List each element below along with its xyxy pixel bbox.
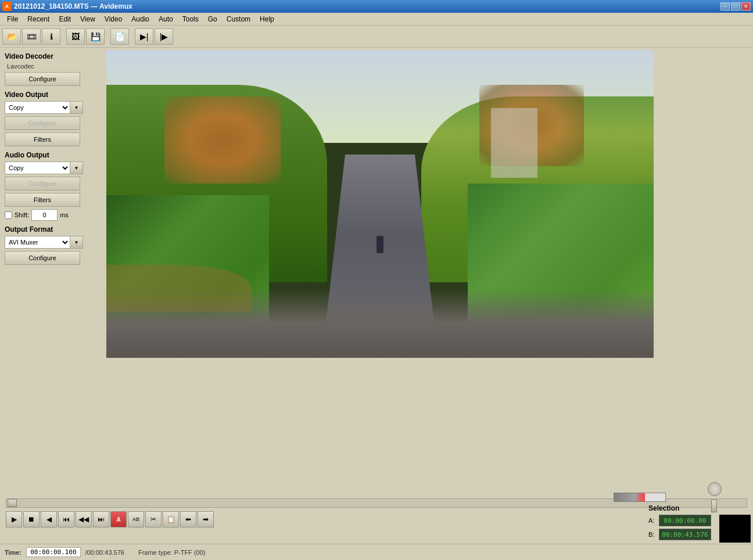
menubar: FileRecentEditViewVideoAudioAutoToolsGoC… xyxy=(0,13,753,26)
titlebar: A 20121012_184150.MTS — Avidemux ─ □ ✕ xyxy=(0,0,753,13)
toolbar: 📂 📼 ℹ 🖼 💾 📄 ▶| |▶ xyxy=(0,26,753,48)
set-marker-ab-btn[interactable]: AB xyxy=(128,511,144,527)
frame-type-text: Frame type: P-TFF (00) xyxy=(138,549,206,556)
duration-value: /00:00:43.576 xyxy=(85,549,124,556)
menu-item-view[interactable]: View xyxy=(76,14,100,24)
loop-btn[interactable] xyxy=(708,482,722,496)
menu-item-audio[interactable]: Audio xyxy=(127,14,154,24)
menu-item-recent[interactable]: Recent xyxy=(23,14,54,24)
selection-a-input[interactable] xyxy=(659,515,711,526)
menu-item-go[interactable]: Go xyxy=(203,14,222,24)
output-format-title: Output Format xyxy=(5,225,97,234)
info-btn[interactable]: ℹ xyxy=(42,28,60,45)
copy-segments-btn[interactable]: 📋 xyxy=(163,511,179,527)
selection-a-row: A: xyxy=(648,515,718,526)
play-btn[interactable]: ▶ xyxy=(6,511,22,527)
selection-title: Selection xyxy=(648,504,718,512)
open-file-btn[interactable]: 📂 xyxy=(2,28,21,45)
menu-item-file[interactable]: File xyxy=(2,14,23,24)
set-marker-a-btn[interactable]: A xyxy=(110,511,127,527)
shift-input[interactable] xyxy=(31,209,58,221)
output-format-configure-btn[interactable]: Configure xyxy=(5,251,80,265)
audio-output-dropdown-wrapper: Copy None MP3 AAC ▼ xyxy=(5,161,97,174)
audio-output-configure-btn[interactable]: Configure xyxy=(5,177,80,191)
selection-b-row: B: xyxy=(648,529,718,540)
audio-output-title: Audio Output xyxy=(5,151,97,159)
black-preview-box xyxy=(719,515,751,543)
volume-area xyxy=(614,493,666,502)
menu-item-help[interactable]: Help xyxy=(255,14,279,24)
export-btn[interactable]: 📄 xyxy=(110,28,129,45)
video-output-dropdown-arrow[interactable]: ▼ xyxy=(70,101,83,114)
play-output-btn[interactable]: |▶ xyxy=(155,28,173,45)
selection-a-label: A: xyxy=(648,517,657,524)
cut-btn[interactable]: ✂ xyxy=(145,511,162,527)
video-output-filters-btn[interactable]: Filters xyxy=(5,132,80,146)
prev-frame-btn[interactable]: ⏮ xyxy=(58,511,74,527)
video-output-configure-btn[interactable]: Configure xyxy=(5,116,80,130)
paste-after-btn[interactable]: ➡ xyxy=(198,511,214,527)
video-preview xyxy=(106,50,654,358)
paste-before-btn[interactable]: ⬅ xyxy=(180,511,196,527)
menu-item-auto[interactable]: Auto xyxy=(154,14,178,24)
menu-item-video[interactable]: Video xyxy=(100,14,127,24)
video-decoder-configure-btn[interactable]: Configure xyxy=(5,72,80,86)
volume-slider[interactable] xyxy=(614,493,666,502)
stop-btn[interactable]: ⏹ xyxy=(23,511,40,527)
shift-checkbox[interactable] xyxy=(5,211,12,219)
minimize-button[interactable]: ─ xyxy=(720,2,730,10)
shift-unit-label: ms xyxy=(60,211,69,218)
person-figure xyxy=(376,236,383,253)
menu-item-custom[interactable]: Custom xyxy=(222,14,255,24)
selection-b-input[interactable] xyxy=(659,529,711,540)
playback-controls: ▶ ⏹ ◀ ⏮ ◀◀ ⏭ A AB ✂ 📋 ⬅ ➡ xyxy=(6,511,214,527)
time-value: 00:00:00.100 xyxy=(26,547,80,557)
preview-area xyxy=(102,48,753,508)
ground-leaves xyxy=(106,265,252,311)
open-dvd-btn[interactable]: 📼 xyxy=(22,28,41,45)
menu-item-tools[interactable]: Tools xyxy=(178,14,203,24)
save-file-btn[interactable]: 💾 xyxy=(86,28,105,45)
shift-row: Shift: ms xyxy=(5,209,97,221)
video-codec-label: Lavcodec xyxy=(5,63,97,70)
save-image-btn[interactable]: 🖼 xyxy=(66,28,85,45)
close-button[interactable]: ✕ xyxy=(741,2,751,10)
statusbar: Time: 00:00:00.100 /00:00:43.576 Frame t… xyxy=(0,544,753,560)
play-segment-btn[interactable]: ▶| xyxy=(135,28,153,45)
window-title: 20121012_184150.MTS — Avidemux xyxy=(14,2,132,10)
rewind-btn[interactable]: ◀ xyxy=(41,511,57,527)
shift-label: Shift: xyxy=(15,211,29,218)
audio-output-filters-btn[interactable]: Filters xyxy=(5,193,80,207)
selection-b-label: B: xyxy=(648,531,657,538)
main-area: Video Decoder Lavcodec Configure Video O… xyxy=(0,48,753,508)
left-panel: Video Decoder Lavcodec Configure Video O… xyxy=(0,48,102,508)
audio-output-select[interactable]: Copy None MP3 AAC xyxy=(5,161,70,174)
audio-output-dropdown-arrow[interactable]: ▼ xyxy=(70,161,83,174)
video-output-dropdown-wrapper: Copy None Mpeg4 ASP (Xvid) Mpeg4 AVC (x2… xyxy=(5,101,97,114)
time-label: Time: xyxy=(5,549,21,556)
titlebar-controls: ─ □ ✕ xyxy=(720,2,751,10)
next-frame-btn[interactable]: ⏭ xyxy=(93,511,109,527)
autumn-foliage-left xyxy=(164,96,281,184)
output-format-select[interactable]: AVI Muxer MKV Muxer MP4 Muxer xyxy=(5,236,70,249)
building xyxy=(491,108,537,178)
menu-item-edit[interactable]: Edit xyxy=(54,14,76,24)
selection-panel: Selection A: B: xyxy=(648,504,718,543)
output-format-dropdown-wrapper: AVI Muxer MKV Muxer MP4 Muxer ▼ xyxy=(5,236,97,249)
video-decoder-title: Video Decoder xyxy=(5,52,97,60)
titlebar-left: A 20121012_184150.MTS — Avidemux xyxy=(2,2,132,11)
app-icon: A xyxy=(2,2,12,11)
video-output-select[interactable]: Copy None Mpeg4 ASP (Xvid) Mpeg4 AVC (x2… xyxy=(5,101,70,114)
timeline-thumb[interactable] xyxy=(8,499,17,507)
video-output-title: Video Output xyxy=(5,91,97,99)
restore-button[interactable]: □ xyxy=(731,2,740,10)
prev-keyframe-btn[interactable]: ◀◀ xyxy=(76,511,92,527)
output-format-dropdown-arrow[interactable]: ▼ xyxy=(70,236,83,249)
